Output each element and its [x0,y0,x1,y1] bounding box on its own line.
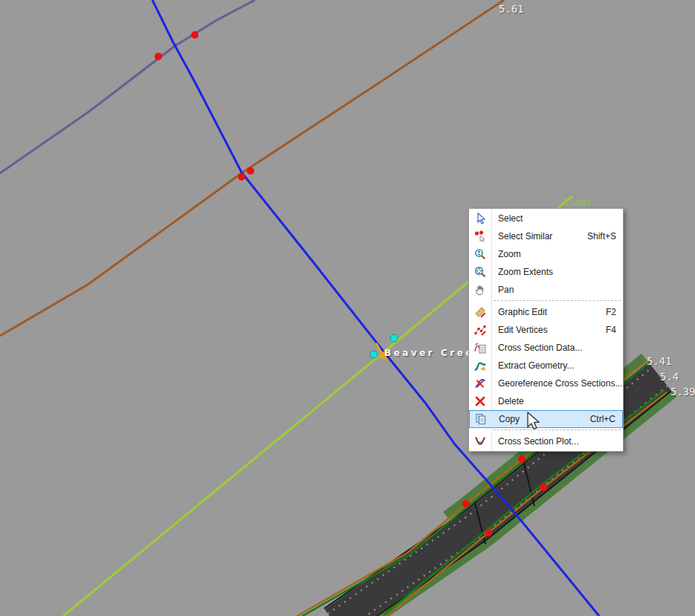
menu-item-label: Zoom Extents [498,267,553,277]
station-label-5-41: 5.41 [647,355,672,367]
menu-item-shortcut: F2 [606,307,623,317]
menu-item-cross-section-plot[interactable]: Cross Section Plot... [469,432,623,450]
menu-item-label: Extract Geometry... [498,360,574,371]
graphic-edit-icon [469,306,491,318]
context-menu: Select Select Similar Shift+S Zoom Zoom … [468,208,624,452]
zoom-extents-icon [469,266,491,278]
menu-item-georeference-cross-sections[interactable]: Georeference Cross Sections... [469,375,623,392]
mouse-cursor [527,412,543,434]
menu-item-pan[interactable]: Pan [469,281,623,299]
menu-item-label: Pan [498,285,514,295]
menu-item-label: Select Similar [498,231,552,241]
menu-item-label: Delete [498,396,524,406]
menu-item-edit-vertices[interactable]: Edit Vertices F4 [469,321,623,339]
menu-item-label: Georeference Cross Sections... [498,378,622,389]
menu-item-label: Cross Section Data... [498,343,582,353]
edit-vertices-icon [469,324,491,336]
zoom-icon [469,248,491,260]
menu-item-label: Select [498,213,523,224]
menu-item-zoom-extents[interactable]: Zoom Extents [469,263,623,281]
menu-item-select[interactable]: Select [469,210,623,227]
menu-item-label: Zoom [498,249,521,259]
vertex-marker[interactable] [540,484,547,491]
menu-item-label: Edit Vertices [498,325,548,335]
copy-icon [470,413,492,425]
boundary-line[interactable] [0,0,255,173]
vertex-marker[interactable] [485,529,492,536]
station-label-5-39: 5.39 [670,386,695,398]
selected-vertex-marker[interactable] [370,351,378,358]
vertex-marker[interactable] [191,31,198,39]
menu-item-label: Graphic Edit [498,307,547,317]
menu-item-shortcut: Shift+S [587,231,623,241]
vertex-marker[interactable] [518,455,526,463]
cross-section-data-icon [469,342,491,354]
pan-hand-icon [469,284,491,296]
vertex-marker[interactable] [462,500,470,508]
station-label-5-4: 5.4 [660,371,679,383]
select-icon [469,213,491,224]
station-label-5-61: 5.61 [499,3,524,15]
menu-item-delete[interactable]: Delete [469,392,623,410]
menu-item-zoom[interactable]: Zoom [469,245,623,263]
select-similar-icon [469,230,491,242]
menu-item-select-similar[interactable]: Select Similar Shift+S [469,227,623,245]
vertex-marker[interactable] [238,173,245,181]
menu-item-graphic-edit[interactable]: Graphic Edit F2 [469,303,623,321]
menu-item-cross-section-data[interactable]: Cross Section Data... [469,339,623,357]
map-editor-stage: 5.61 5.49* Beaver Creek - 5.41 5.4 5.39 … [0,0,695,616]
station-label-5-49: 5.49* [563,197,592,208]
menu-item-extract-geometry[interactable]: Extract Geometry... [469,357,623,375]
menu-item-label: Cross Section Plot... [498,436,579,447]
menu-item-shortcut: F4 [606,325,623,335]
selected-vertex-marker[interactable] [390,334,398,342]
delete-icon [469,395,491,407]
cross-section-plot-icon [469,435,491,447]
vertex-marker[interactable] [155,53,162,60]
menu-item-label: Copy [499,414,520,424]
vertex-marker[interactable] [247,167,254,175]
menu-item-shortcut: Ctrl+C [590,414,622,424]
georeference-cross-sections-icon [469,377,491,389]
menu-item-copy[interactable]: Copy Ctrl+C [469,410,623,428]
extract-geometry-icon [469,360,491,372]
